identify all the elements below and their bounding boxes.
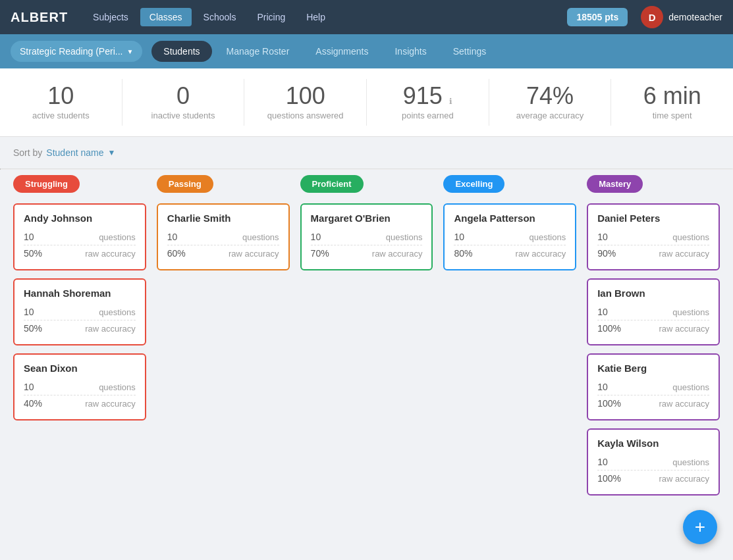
nav-classes[interactable]: Classes [140, 8, 192, 26]
questions-label: questions [99, 382, 136, 392]
table-row[interactable]: Margaret O'Brien10questions70%raw accura… [300, 203, 433, 270]
questions-value: 10 [311, 232, 321, 242]
nav-help[interactable]: Help [297, 8, 335, 26]
student-name: Kayla Wilson [597, 438, 709, 449]
logo: ALBERT [11, 10, 68, 25]
questions-value: 10 [597, 307, 608, 317]
sub-navigation: Strategic Reading (Peri... ▼ Students Ma… [0, 34, 733, 68]
accuracy-row: 70%raw accuracy [311, 245, 423, 261]
table-row[interactable]: Katie Berg10questions100%raw accuracy [587, 353, 720, 420]
accuracy-value: 50% [24, 323, 42, 334]
stat-accuracy-number: 74% [500, 84, 601, 108]
questions-row: 10questions [597, 229, 709, 245]
accuracy-value: 100% [597, 398, 621, 409]
user-area: D demoteacher [641, 6, 722, 28]
badge-struggling: Struggling [13, 175, 80, 193]
tab-students[interactable]: Students [151, 41, 211, 62]
avatar[interactable]: D [641, 6, 663, 28]
table-row[interactable]: Charlie Smith10questions60%raw accuracy [157, 203, 290, 270]
questions-label: questions [529, 232, 566, 242]
questions-row: 10questions [24, 304, 136, 320]
stat-questions-label: questions answered [255, 111, 356, 120]
questions-row: 10questions [597, 454, 709, 471]
table-row[interactable]: Kayla Wilson10questions100%raw accuracy [587, 428, 720, 496]
accuracy-row: 90%raw accuracy [597, 245, 709, 261]
accuracy-label: raw accuracy [659, 399, 709, 409]
questions-value: 10 [24, 232, 34, 242]
accuracy-value: 60% [167, 248, 186, 259]
questions-label: questions [672, 457, 709, 467]
questions-row: 10questions [311, 229, 423, 245]
stat-points-label: points earned [377, 111, 478, 120]
questions-label: questions [672, 382, 709, 392]
questions-value: 10 [24, 307, 34, 317]
nav-pricing[interactable]: Pricing [248, 8, 294, 26]
accuracy-row: 50%raw accuracy [24, 320, 136, 336]
stat-active-students: 10 active students [0, 79, 122, 126]
accuracy-label: raw accuracy [85, 324, 136, 334]
accuracy-label: raw accuracy [229, 249, 279, 259]
tab-settings[interactable]: Settings [441, 41, 499, 62]
table-row[interactable]: Angela Patterson10questions80%raw accura… [443, 203, 576, 270]
student-name: Charlie Smith [167, 213, 279, 224]
accuracy-value: 50% [24, 248, 42, 259]
accuracy-value: 40% [24, 398, 42, 409]
class-selector[interactable]: Strategic Reading (Peri... ▼ [11, 41, 142, 62]
questions-row: 10questions [24, 379, 136, 395]
student-name: Hannah Shoreman [24, 288, 136, 299]
accuracy-label: raw accuracy [516, 249, 566, 259]
column-proficient: ProficientMargaret O'Brien10questions70%… [300, 175, 433, 270]
stat-time-label: time spent [622, 111, 722, 120]
table-row[interactable]: Andy Johnson10questions50%raw accuracy [13, 203, 146, 270]
questions-label: questions [386, 232, 423, 242]
column-struggling: StrugglingAndy Johnson10questions50%raw … [13, 175, 146, 420]
nav-schools[interactable]: Schools [194, 8, 246, 26]
stat-inactive-students: 0 inactive students [122, 79, 245, 126]
student-name: Andy Johnson [24, 213, 136, 224]
badge-excelling: Excelling [443, 175, 504, 193]
student-name: Sean Dixon [24, 363, 136, 374]
table-row[interactable]: Sean Dixon10questions40%raw accuracy [13, 353, 146, 420]
questions-label: questions [672, 232, 709, 242]
stat-questions-number: 100 [255, 84, 356, 108]
table-row[interactable]: Daniel Peters10questions90%raw accuracy [587, 203, 720, 270]
points-badge[interactable]: 18505 pts [567, 8, 628, 26]
accuracy-value: 100% [597, 473, 621, 484]
table-row[interactable]: Ian Brown10questions100%raw accuracy [587, 278, 720, 345]
main-content: StrugglingAndy Johnson10questions50%raw … [0, 175, 733, 509]
column-passing: PassingCharlie Smith10questions60%raw ac… [157, 175, 290, 270]
questions-value: 10 [597, 457, 608, 467]
accuracy-value: 100% [597, 323, 621, 334]
sort-link[interactable]: Student name [46, 147, 103, 158]
stat-active-label: active students [11, 111, 111, 120]
stat-accuracy-label: average accuracy [500, 111, 601, 120]
stat-points-number: 915 ℹ [377, 84, 478, 108]
stat-inactive-label: inactive students [133, 111, 234, 120]
sort-chevron-icon[interactable]: ▼ [108, 148, 116, 157]
student-name: Katie Berg [597, 363, 709, 374]
table-row[interactable]: Hannah Shoreman10questions50%raw accurac… [13, 278, 146, 345]
accuracy-value: 70% [311, 248, 329, 259]
info-icon[interactable]: ℹ [449, 97, 452, 106]
tab-assignments[interactable]: Assignments [304, 41, 380, 62]
student-name: Margaret O'Brien [311, 213, 423, 224]
accuracy-label: raw accuracy [659, 249, 709, 259]
questions-row: 10questions [24, 229, 136, 245]
tab-manage-roster[interactable]: Manage Roster [215, 41, 302, 62]
chevron-down-icon: ▼ [126, 48, 133, 55]
badge-proficient: Proficient [300, 175, 364, 193]
accuracy-label: raw accuracy [659, 324, 709, 334]
nav-subjects[interactable]: Subjects [84, 8, 138, 26]
stat-points: 915 ℹ points earned [367, 79, 489, 126]
accuracy-label: raw accuracy [659, 474, 709, 484]
stats-bar: 10 active students 0 inactive students 1… [0, 68, 733, 137]
questions-value: 10 [597, 382, 608, 392]
questions-value: 10 [167, 232, 178, 242]
tab-insights[interactable]: Insights [383, 41, 438, 62]
accuracy-label: raw accuracy [85, 249, 136, 259]
top-navigation: ALBERT Subjects Classes Schools Pricing … [0, 0, 733, 34]
stat-time-number: 6 min [622, 84, 722, 108]
stat-time: 6 min time spent [611, 79, 733, 126]
questions-value: 10 [24, 382, 34, 392]
accuracy-label: raw accuracy [85, 399, 136, 409]
